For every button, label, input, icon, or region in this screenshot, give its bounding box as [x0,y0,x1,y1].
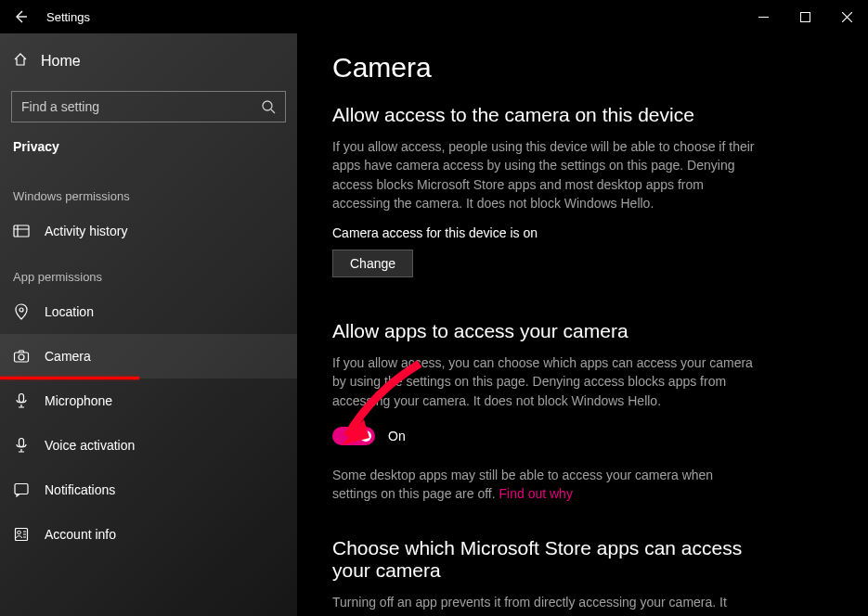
sidebar-item-microphone[interactable]: Microphone [0,379,297,423]
sidebar-group-windows-permissions: Windows permissions [0,173,297,209]
search-input[interactable] [11,91,286,122]
notifications-icon [13,481,30,498]
page-title: Camera [332,52,831,83]
sidebar-section-label: Privacy [0,130,297,173]
search-icon [261,99,276,114]
annotation-underline [0,377,139,379]
sidebar: Home Privacy Windows permissions Activit… [0,33,297,616]
sidebar-item-label: Account info [45,527,116,542]
sidebar-item-location[interactable]: Location [0,289,297,334]
sidebar-item-label: Notifications [45,482,115,497]
sidebar-item-label: Camera [45,349,91,364]
svg-point-5 [19,354,24,360]
sidebar-item-label: Microphone [45,393,112,408]
section-choose-apps-desc: Turning off an app prevents it from dire… [332,593,759,611]
allow-apps-toggle-state: On [388,429,406,443]
microphone-icon [13,392,30,409]
toggle-knob [360,430,371,442]
sidebar-item-label: Voice activation [45,438,135,453]
minimize-icon [758,12,769,22]
svg-point-1 [263,101,272,110]
svg-point-3 [19,308,23,312]
sidebar-home[interactable]: Home [0,43,297,80]
svg-point-10 [18,531,21,534]
sidebar-home-label: Home [41,53,81,70]
maximize-button[interactable] [784,2,826,32]
location-icon [13,303,30,320]
svg-rect-2 [14,225,29,237]
sidebar-item-activity-history[interactable]: Activity history [0,209,297,253]
section-device-access-desc: If you allow access, people using this d… [332,137,759,212]
section-app-access-desc: If you allow access, you can choose whic… [332,353,759,410]
sidebar-item-voice-activation[interactable]: Voice activation [0,423,297,468]
arrow-left-icon [13,9,28,24]
close-icon [842,12,852,22]
voice-activation-icon [13,437,30,454]
close-button[interactable] [826,2,868,32]
section-app-access-title: Allow apps to access your camera [332,320,831,342]
svg-rect-7 [19,439,24,447]
window-controls [743,2,868,32]
section-device-access-title: Allow access to the camera on this devic… [332,104,831,126]
sidebar-item-camera[interactable]: Camera [0,334,297,379]
sidebar-item-label: Activity history [45,224,127,238]
camera-icon [13,348,30,365]
sidebar-group-app-permissions: App permissions [0,253,297,289]
title-bar: Settings [0,0,868,33]
window-title: Settings [41,10,90,24]
activity-history-icon [13,223,30,239]
find-out-why-link[interactable]: Find out why [499,486,573,501]
camera-access-status: Camera access for this device is on [332,225,831,240]
back-button[interactable] [0,9,41,24]
change-button[interactable]: Change [332,250,413,277]
account-info-icon [13,526,30,543]
allow-apps-toggle[interactable] [332,427,375,445]
section-choose-apps-title: Choose which Microsoft Store apps can ac… [332,537,759,582]
svg-rect-8 [15,484,28,494]
search-input-field[interactable] [21,99,261,114]
home-icon [13,52,28,71]
sidebar-item-account-info[interactable]: Account info [0,512,297,557]
minimize-button[interactable] [743,2,784,32]
svg-rect-6 [19,394,24,403]
svg-rect-0 [801,12,810,21]
content-pane: Camera Allow access to the camera on thi… [297,33,868,616]
maximize-icon [800,12,810,22]
desktop-apps-note: Some desktop apps may still be able to a… [332,466,759,504]
sidebar-item-notifications[interactable]: Notifications [0,468,297,512]
sidebar-item-label: Location [45,304,94,319]
